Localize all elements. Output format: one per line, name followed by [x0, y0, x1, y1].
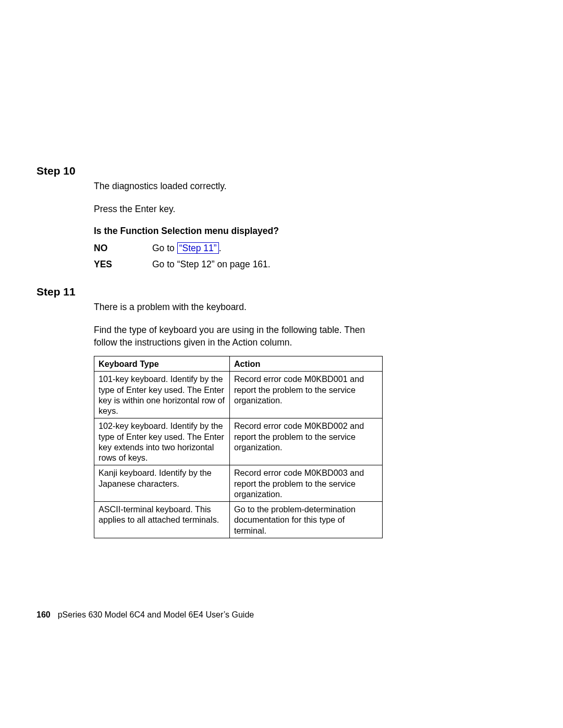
- page-footer: 160pSeries 630 Model 6C4 and Model 6E4 U…: [36, 610, 254, 620]
- table-row: ASCII-terminal keyboard. This applies to…: [94, 502, 383, 538]
- table-cell-action: Record error code M0KBD001 and report th…: [229, 372, 382, 418]
- table-header-row: Keyboard Type Action: [94, 356, 383, 372]
- page-number: 160: [36, 610, 51, 619]
- table-cell-keyboard-type: ASCII-terminal keyboard. This applies to…: [94, 502, 230, 538]
- step-11-block: Step 11 There is a problem with the keyb…: [36, 286, 527, 538]
- answer-yes-text: Go to “Step 12” on page 161.: [152, 259, 271, 270]
- page: Step 10 The diagnostics loaded correctly…: [0, 0, 563, 728]
- answer-no-label: NO: [94, 243, 152, 254]
- table-header-keyboard-type: Keyboard Type: [94, 356, 230, 372]
- answer-no-row: NO Go to “Step 11”.: [94, 243, 386, 254]
- content-area: Step 10 The diagnostics loaded correctly…: [36, 165, 527, 554]
- table-row: 102-key keyboard. Identify by the type o…: [94, 418, 383, 465]
- step-10-line-2: Press the Enter key.: [94, 203, 386, 216]
- table-row: 101-key keyboard. Identify by the type o…: [94, 372, 383, 418]
- step-11-line-1: There is a problem with the keyboard.: [94, 301, 386, 314]
- step-11-heading: Step 11: [36, 286, 527, 298]
- answer-no-text: Go to “Step 11”.: [152, 243, 222, 254]
- step-11-line-2: Find the type of keyboard you are using …: [94, 324, 386, 349]
- table-cell-action: Go to the problem-determination document…: [229, 502, 382, 538]
- answer-no-suffix: .: [219, 243, 222, 253]
- step-10-heading: Step 10: [36, 165, 527, 177]
- step-11-link[interactable]: “Step 11”: [177, 242, 219, 254]
- footer-title: pSeries 630 Model 6C4 and Model 6E4 User…: [58, 610, 254, 619]
- step-10-line-1: The diagnostics loaded correctly.: [94, 180, 386, 193]
- step-10-question: Is the Function Selection menu displayed…: [94, 226, 386, 237]
- table-cell-action: Record error code M0KBD003 and report th…: [229, 465, 382, 502]
- table-row: Kanji keyboard. Identify by the Japanese…: [94, 465, 383, 502]
- answer-no-prefix: Go to: [152, 243, 177, 253]
- table-cell-keyboard-type: Kanji keyboard. Identify by the Japanese…: [94, 465, 230, 502]
- keyboard-table: Keyboard Type Action 101-key keyboard. I…: [94, 356, 383, 538]
- step-11-body: There is a problem with the keyboard. Fi…: [94, 301, 386, 349]
- table-cell-action: Record error code M0KBD002 and report th…: [229, 418, 382, 465]
- table-cell-keyboard-type: 102-key keyboard. Identify by the type o…: [94, 418, 230, 465]
- table-cell-keyboard-type: 101-key keyboard. Identify by the type o…: [94, 372, 230, 418]
- table-header-action: Action: [229, 356, 382, 372]
- step-10-body: The diagnostics loaded correctly. Press …: [94, 180, 386, 270]
- answer-yes-label: YES: [94, 259, 152, 270]
- answer-yes-row: YES Go to “Step 12” on page 161.: [94, 259, 386, 270]
- step-10-block: Step 10 The diagnostics loaded correctly…: [36, 165, 527, 270]
